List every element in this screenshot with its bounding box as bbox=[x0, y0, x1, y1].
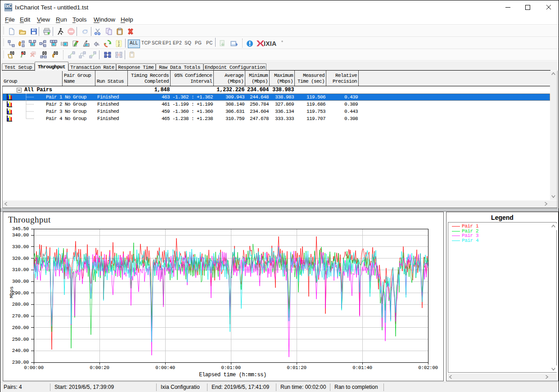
svg-text:IXIA: IXIA bbox=[264, 40, 276, 47]
svg-text:1: 1 bbox=[118, 40, 120, 44]
svg-text:2: 2 bbox=[118, 44, 120, 47]
